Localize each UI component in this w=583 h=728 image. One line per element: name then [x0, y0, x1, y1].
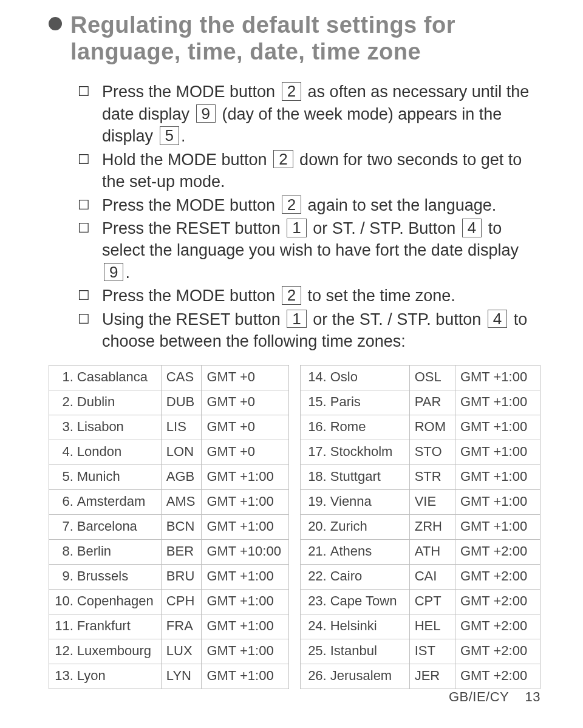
table-row: 16. RomeROMGMT +1:00 — [301, 415, 540, 440]
city-name: Paris — [328, 390, 409, 415]
gmt-offset: GMT +1:00 — [455, 464, 540, 489]
city-code: LYN — [161, 664, 202, 689]
key-reference: 2 — [273, 150, 293, 169]
instruction-text: Press the MODE button 2 as often as nece… — [102, 81, 534, 147]
city-name: Vienna — [328, 489, 409, 514]
city-code: STO — [409, 440, 455, 464]
city-name: Cairo — [328, 564, 409, 589]
bullet-marker: ☐ — [78, 308, 102, 330]
table-row: 10. CopenhagenCPHGMT +1:00 — [49, 589, 289, 614]
key-reference: 5 — [160, 126, 179, 145]
table-row: 26. JerusalemJERGMT +2:00 — [301, 664, 540, 689]
city-name: Amsterdam — [75, 489, 162, 514]
city-name: Athens — [328, 539, 409, 564]
gmt-offset: GMT +2:00 — [455, 564, 540, 589]
table-row: 2. DublinDUBGMT +0 — [49, 390, 289, 415]
gmt-offset: GMT +2:00 — [455, 639, 540, 664]
city-code: ATH — [409, 539, 455, 564]
row-number: 16. — [301, 415, 328, 440]
table-row: 15. ParisPARGMT +1:00 — [301, 390, 540, 415]
city-code: DUB — [161, 390, 202, 415]
row-number: 3. — [49, 415, 75, 440]
city-code: CPH — [161, 589, 202, 614]
city-code: CAI — [409, 564, 455, 589]
row-number: 7. — [49, 514, 75, 539]
table-row: 6. AmsterdamAMSGMT +1:00 — [49, 489, 289, 514]
timezone-table-right: 14. OsloOSLGMT +1:0015. ParisPARGMT +1:0… — [300, 365, 540, 689]
gmt-offset: GMT +1:00 — [202, 614, 289, 639]
row-number: 19. — [301, 489, 328, 514]
row-number: 21. — [301, 539, 328, 564]
city-name: Copenhagen — [75, 589, 162, 614]
row-number: 6. — [49, 489, 75, 514]
instruction-text: Using the RESET button 1 or the ST. / ST… — [102, 308, 534, 353]
row-number: 14. — [301, 365, 328, 390]
gmt-offset: GMT +10:00 — [202, 539, 289, 564]
city-code: LIS — [161, 415, 202, 440]
table-row: 24. HelsinkiHELGMT +2:00 — [301, 614, 540, 639]
city-name: Munich — [75, 464, 162, 489]
row-number: 5. — [49, 464, 75, 489]
row-number: 24. — [301, 614, 328, 639]
table-row: 9. BrusselsBRUGMT +1:00 — [49, 564, 289, 589]
table-row: 18. StuttgartSTRGMT +1:00 — [301, 464, 540, 489]
row-number: 23. — [301, 589, 328, 614]
instruction-item: ☐Press the MODE button 2 to set the time… — [78, 285, 534, 307]
table-row: 14. OsloOSLGMT +1:00 — [301, 365, 540, 390]
gmt-offset: GMT +1:00 — [202, 464, 289, 489]
page: Regulating the default settings for lang… — [0, 0, 583, 728]
instruction-item: ☐Press the RESET button 1 or ST. / STP. … — [78, 217, 534, 284]
city-name: Istanbul — [328, 639, 409, 664]
city-code: CAS — [161, 365, 202, 390]
row-number: 9. — [49, 564, 75, 589]
gmt-offset: GMT +1:00 — [202, 514, 289, 539]
gmt-offset: GMT +1:00 — [202, 664, 289, 689]
bullet-marker: ☐ — [78, 285, 102, 306]
row-number: 13. — [49, 664, 75, 689]
gmt-offset: GMT +1:00 — [455, 440, 540, 464]
instruction-text: Press the MODE button 2 again to set the… — [102, 194, 534, 216]
table-row: 17. StockholmSTOGMT +1:00 — [301, 440, 540, 464]
instruction-item: ☐Press the MODE button 2 again to set th… — [78, 194, 534, 216]
city-code: LON — [161, 440, 202, 464]
gmt-offset: GMT +0 — [202, 390, 289, 415]
row-number: 26. — [301, 664, 328, 689]
instructions-list: ☐Press the MODE button 2 as often as nec… — [78, 81, 534, 353]
city-name: Berlin — [75, 539, 162, 564]
table-row: 23. Cape TownCPTGMT +2:00 — [301, 589, 540, 614]
row-number: 12. — [49, 639, 75, 664]
city-code: FRA — [161, 614, 202, 639]
gmt-offset: GMT +0 — [202, 440, 289, 464]
city-name: Lyon — [75, 664, 162, 689]
city-code: BER — [161, 539, 202, 564]
table-row: 1. CasablancaCASGMT +0 — [49, 365, 289, 390]
row-number: 17. — [301, 440, 328, 464]
row-number: 15. — [301, 390, 328, 415]
row-number: 25. — [301, 639, 328, 664]
city-code: ZRH — [409, 514, 455, 539]
row-number: 10. — [49, 589, 75, 614]
section-heading: Regulating the default settings for lang… — [70, 12, 540, 65]
key-reference: 9 — [196, 104, 216, 123]
footer-label: GB/IE/CY — [449, 689, 509, 704]
table-row: 13. LyonLYNGMT +1:00 — [49, 664, 289, 689]
gmt-offset: GMT +0 — [202, 415, 289, 440]
row-number: 4. — [49, 440, 75, 464]
city-code: IST — [409, 639, 455, 664]
gmt-offset: GMT +1:00 — [455, 390, 540, 415]
bullet-marker: ☐ — [78, 194, 102, 216]
city-code: AMS — [161, 489, 202, 514]
city-code: VIE — [409, 489, 455, 514]
table-row: 3. LisabonLISGMT +0 — [49, 415, 289, 440]
city-name: Stuttgart — [328, 464, 409, 489]
gmt-offset: GMT +2:00 — [455, 664, 540, 689]
key-reference: 1 — [287, 310, 306, 328]
city-name: Casablanca — [75, 365, 162, 390]
timezone-tables: 1. CasablancaCASGMT +02. DublinDUBGMT +0… — [49, 365, 540, 689]
bullet-marker: ☐ — [78, 217, 102, 239]
table-row: 7. BarcelonaBCNGMT +1:00 — [49, 514, 289, 539]
timezone-table-left: 1. CasablancaCASGMT +02. DublinDUBGMT +0… — [49, 365, 289, 689]
key-reference: 2 — [282, 286, 301, 305]
city-name: Frankfurt — [75, 614, 162, 639]
table-row: 20. ZurichZRHGMT +1:00 — [301, 514, 540, 539]
